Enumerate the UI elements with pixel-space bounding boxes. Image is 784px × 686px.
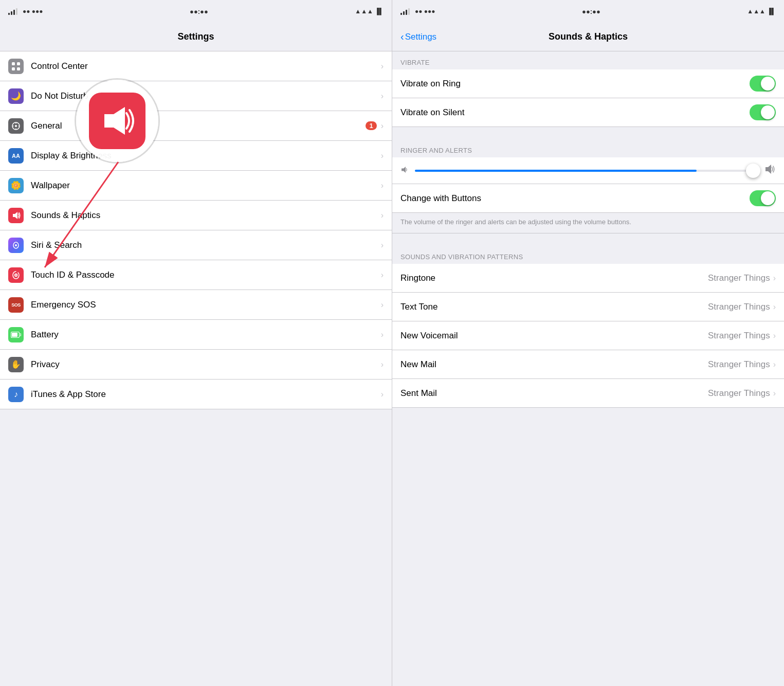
svg-marker-10	[13, 212, 17, 219]
new-voicemail-item[interactable]: New Voicemail Stranger Things ›	[392, 321, 784, 350]
chevron-icon: ›	[381, 270, 384, 280]
itunes-icon: ♪	[8, 387, 24, 402]
annotation-circle	[76, 80, 158, 162]
sent-mail-item[interactable]: Sent Mail Stranger Things ›	[392, 379, 784, 408]
sidebar-item-general[interactable]: General 1 ›	[0, 111, 392, 141]
wallpaper-icon: 🌼	[8, 178, 24, 193]
annotation-icon-bg	[89, 93, 145, 149]
sounds-section-header: SOUNDS AND VIBRATION PATTERNS	[392, 246, 784, 264]
new-voicemail-label: New Voicemail	[400, 331, 708, 341]
vibrate-on-silent-label: Vibrate on Silent	[400, 107, 750, 118]
wallpaper-label: Wallpaper	[31, 180, 381, 191]
right-signal-icon	[400, 8, 410, 15]
ringtone-item[interactable]: Ringtone Stranger Things ›	[392, 264, 784, 293]
ringer-slider-track[interactable]	[415, 170, 758, 172]
signal-icon	[8, 8, 17, 15]
chevron-icon: ›	[381, 330, 384, 339]
control-center-label: Control Center	[31, 61, 381, 71]
touch-id-label: Touch ID & Passcode	[31, 270, 381, 280]
svg-rect-0	[12, 62, 15, 65]
chevron-icon: ›	[381, 181, 384, 190]
new-mail-label: New Mail	[400, 359, 708, 370]
sidebar-item-do-not-disturb[interactable]: 🌙 Do Not Disturb ›	[0, 81, 392, 111]
sent-mail-value: Stranger Things	[708, 388, 770, 399]
right-status-left: ●● ●●●	[400, 8, 435, 15]
text-tone-item[interactable]: Text Tone Stranger Things ›	[392, 293, 784, 321]
new-mail-value: Stranger Things	[708, 359, 770, 370]
chevron-icon: ›	[381, 211, 384, 220]
svg-rect-1	[17, 62, 20, 65]
settings-list: Control Center › 🌙 Do Not Disturb ›	[0, 51, 392, 409]
chevron-icon: ›	[381, 390, 384, 399]
itunes-label: iTunes & App Store	[31, 389, 381, 400]
ringer-section-header: RINGER AND ALERTS	[392, 139, 784, 157]
privacy-label: Privacy	[31, 359, 381, 370]
general-icon	[8, 118, 24, 134]
chevron-icon: ›	[773, 331, 776, 340]
display-icon: AA	[8, 148, 24, 164]
toggle-thumb	[761, 191, 775, 205]
wifi-icon: ▲▲▲	[355, 8, 373, 15]
ringer-volume-slider-row[interactable]	[392, 157, 784, 184]
status-left: ●● ●●●	[8, 8, 43, 15]
right-carrier-text: ●● ●●●	[415, 8, 435, 15]
right-time-display: ●●:●●	[582, 8, 600, 15]
text-tone-label: Text Tone	[400, 302, 708, 312]
svg-rect-2	[12, 67, 15, 70]
left-status-bar: ●● ●●● ●●:●● ▲▲▲ ▐▌	[0, 0, 392, 23]
sidebar-item-battery[interactable]: Battery ›	[0, 320, 392, 350]
chevron-icon: ›	[381, 151, 384, 160]
chevron-icon: ›	[773, 274, 776, 283]
siri-icon	[8, 238, 24, 253]
vibrate-on-ring-item[interactable]: Vibrate on Ring	[392, 69, 784, 98]
vibrate-on-silent-item[interactable]: Vibrate on Silent	[392, 98, 784, 127]
toggle-thumb	[761, 105, 775, 119]
text-tone-value: Stranger Things	[708, 302, 770, 312]
sidebar-item-sounds-haptics[interactable]: Sounds & Haptics ›	[0, 201, 392, 230]
sidebar-item-touch-id[interactable]: Touch ID & Passcode ›	[0, 260, 392, 290]
svg-point-5	[15, 125, 17, 127]
sidebar-item-display-brightness[interactable]: AA Display & Brightness ›	[0, 141, 392, 171]
vibrate-on-silent-toggle[interactable]	[750, 104, 776, 120]
right-nav-title: Sounds & Haptics	[549, 31, 628, 42]
right-battery-status: ▲▲▲ ▐▌	[747, 8, 776, 15]
left-nav-title: Settings	[177, 31, 214, 42]
chevron-icon: ›	[381, 300, 384, 310]
carrier-text: ●● ●●●	[23, 8, 43, 15]
chevron-icon: ›	[381, 360, 384, 369]
sidebar-item-wallpaper[interactable]: 🌼 Wallpaper ›	[0, 171, 392, 201]
change-with-buttons-item[interactable]: Change with Buttons	[392, 184, 784, 213]
sidebar-item-siri-search[interactable]: Siri & Search ›	[0, 230, 392, 260]
new-voicemail-value: Stranger Things	[708, 331, 770, 341]
sounds-label: Sounds & Haptics	[31, 210, 381, 221]
chevron-icon: ›	[773, 302, 776, 312]
right-panel: ●● ●●● ●●:●● ▲▲▲ ▐▌ ‹ Settings Sounds & …	[392, 0, 784, 686]
sidebar-item-itunes[interactable]: ♪ iTunes & App Store ›	[0, 380, 392, 409]
vibrate-section-header: VIBRATE	[392, 51, 784, 69]
vibrate-on-ring-toggle[interactable]	[750, 76, 776, 92]
chevron-icon: ›	[381, 121, 384, 131]
chevron-icon: ›	[773, 389, 776, 398]
control-center-icon	[8, 59, 24, 74]
time-display: ●●:●●	[190, 8, 208, 15]
sidebar-item-privacy[interactable]: ✋ Privacy ›	[0, 350, 392, 380]
emergency-sos-icon: SOS	[8, 297, 24, 313]
sidebar-item-control-center[interactable]: Control Center ›	[0, 51, 392, 81]
sounds-icon	[8, 208, 24, 223]
sent-mail-label: Sent Mail	[400, 388, 708, 399]
toggle-thumb	[761, 77, 775, 91]
ringer-slider-thumb[interactable]	[746, 164, 760, 178]
change-with-buttons-toggle[interactable]	[750, 190, 776, 206]
siri-label: Siri & Search	[31, 240, 381, 250]
new-mail-item[interactable]: New Mail Stranger Things ›	[392, 350, 784, 379]
volume-low-icon	[400, 166, 409, 175]
battery-status: ▲▲▲ ▐▌	[355, 8, 384, 15]
back-button[interactable]: ‹ Settings	[400, 31, 436, 43]
battery-icon: ▐▌	[375, 8, 384, 15]
change-with-buttons-label: Change with Buttons	[400, 193, 750, 204]
sidebar-item-emergency-sos[interactable]: SOS Emergency SOS ›	[0, 290, 392, 320]
left-nav-bar: Settings	[0, 23, 392, 51]
privacy-icon: ✋	[8, 357, 24, 372]
ringer-slider-fill	[415, 170, 697, 172]
emergency-sos-label: Emergency SOS	[31, 300, 381, 310]
